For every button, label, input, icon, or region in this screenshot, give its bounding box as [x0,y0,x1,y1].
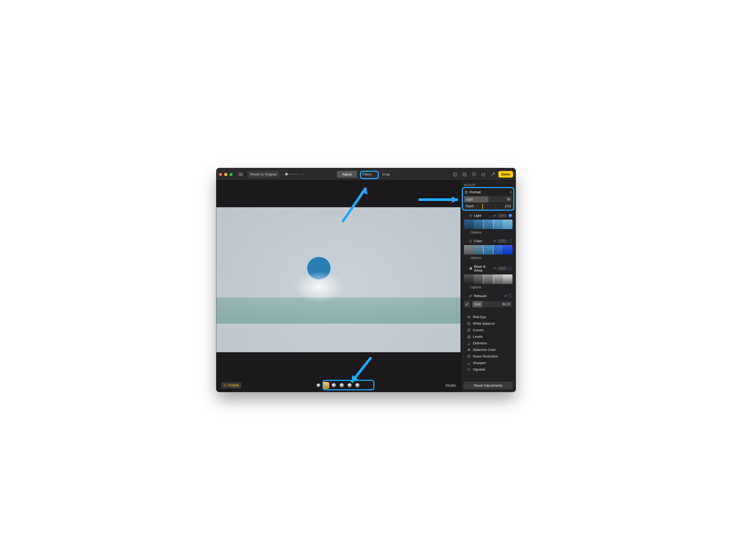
rotate-button[interactable] [479,170,487,178]
panel-curves[interactable]: › Curves [462,327,515,333]
bw-auto-button[interactable]: AUTO [497,267,507,270]
panel-label: Definition [473,341,487,345]
chevron-right-icon: › [463,322,465,325]
panel-red-eye[interactable]: › Red-Eye [462,314,515,320]
panel-label: White Balance [473,322,495,325]
portrait-light-value: 50 [505,198,512,201]
sidebar-content: Portrait ↺ Light 50 Depth ƒ3.5 [461,188,516,379]
svg-point-6 [463,174,464,175]
adjust-sidebar: ADJUST Portrait ↺ Light 50 Depth [460,181,516,392]
panel-label: Noise Reduction [473,354,498,358]
panel-definition[interactable]: › Definition [462,340,515,346]
bandaid-icon [469,294,472,298]
svg-point-8 [465,174,465,175]
portrait-reset-icon[interactable]: ↺ [509,190,512,194]
retouch-reset-icon[interactable]: ↺ [504,294,507,298]
reset-adjustments-button[interactable]: Reset Adjustments [463,382,513,389]
levels-icon [467,335,471,339]
panel-bw-header[interactable]: ⌄ Black & White ↺ AUTO [464,263,512,273]
panel-levels[interactable]: › Levels [462,333,515,340]
lighting-high-key-mono[interactable] [355,383,360,388]
panel-portrait-header[interactable]: Portrait ↺ [464,189,512,195]
sharpen-icon [467,361,471,365]
compare-button[interactable] [237,170,245,178]
color-thumbnails[interactable] [464,245,512,255]
toolbar: Revert to Original − + Adjust Filters Cr… [216,168,516,181]
panel-selective-color[interactable]: › Selective Color [462,346,515,353]
retouch-enable-toggle[interactable] [508,294,512,298]
zoom-slider[interactable]: − + [282,173,303,176]
tab-crop[interactable]: Crop [377,171,395,178]
zoom-thumb[interactable] [285,173,288,175]
light-options-toggle[interactable]: Options [464,230,512,236]
chevron-right-icon: › [463,335,465,338]
portrait-badge[interactable]: Portrait [221,382,241,388]
light-auto-button[interactable]: AUTO [497,214,507,217]
close-window-button[interactable] [219,173,222,176]
portrait-depth-value: ƒ3.5 [505,204,511,208]
window-controls [219,173,233,176]
panel-light-header[interactable]: ⌄ Light ↺ AUTO [464,212,512,219]
chevron-down-icon: ⌄ [464,295,467,297]
lighting-studio[interactable] [323,382,329,388]
portrait-lighting-picker [314,381,363,390]
panel-light-name: Light [474,214,491,217]
more-button[interactable] [460,170,468,178]
panel-color-header[interactable]: ⌄ Color ↺ AUTO [464,238,512,244]
curves-icon [467,328,471,332]
zoom-out-label: − [282,173,284,176]
lighting-contour[interactable] [331,383,337,388]
color-auto-button[interactable]: AUTO [497,240,507,243]
panel-color: ⌄ Color ↺ AUTO Options [462,237,515,262]
chevron-down-icon: ⌄ [464,240,467,242]
minimize-window-button[interactable] [224,173,227,176]
light-reset-icon[interactable]: ↺ [493,214,496,217]
bw-options-toggle[interactable]: Options [464,285,512,291]
tab-filters[interactable]: Filters [357,171,377,178]
svg-point-11 [469,240,471,242]
retouch-brush-tool[interactable] [464,301,470,307]
bw-enable-toggle[interactable] [508,267,512,270]
portrait-depth-slider[interactable]: Depth ƒ3.5 [464,204,512,209]
tab-adjust[interactable]: Adjust [337,171,357,178]
lighting-stage[interactable] [339,383,345,388]
panel-label: Curves [473,328,484,332]
favorite-button[interactable] [470,170,478,178]
chevron-right-icon: › [463,355,465,358]
color-enable-toggle[interactable] [508,239,512,243]
portrait-light-slider[interactable]: Light 50 [464,196,512,203]
color-reset-icon[interactable]: ↺ [493,239,496,243]
sidebar-title: ADJUST [461,181,516,188]
photo-viewport[interactable] [216,181,460,379]
canvas-area: Portrait Studio [216,181,460,392]
chevron-right-icon: › [463,362,465,364]
lighting-name-label: Studio [445,383,456,387]
panel-sharpen[interactable]: › Sharpen [462,360,515,366]
bw-thumbnails[interactable] [464,274,512,284]
done-button[interactable]: Done [498,171,513,178]
zoom-track[interactable] [285,174,300,175]
fullscreen-window-button[interactable] [230,173,233,176]
chevron-right-icon: › [463,349,465,351]
panel-color-name: Color [474,239,491,243]
color-options-toggle[interactable]: Options [464,256,512,261]
revert-to-original-button[interactable]: Revert to Original [247,171,279,178]
svg-point-22 [467,368,470,371]
lighting-stage-mono[interactable] [347,383,353,388]
light-thumbnails[interactable] [464,220,512,229]
panel-retouch-header[interactable]: ⌄ Retouch ↺ [464,293,512,299]
panel-vignette[interactable]: › Vignette [462,366,515,373]
info-button[interactable] [451,170,459,178]
light-enable-toggle[interactable] [508,214,512,217]
panel-noise-reduction[interactable]: › Noise Reduction [462,353,515,360]
svg-point-7 [464,174,465,175]
panel-label: Vignette [473,367,485,371]
panel-white-balance[interactable]: › White Balance [462,320,515,327]
lighting-natural[interactable] [317,383,320,387]
palette-icon [469,239,472,243]
retouch-size-value: 62.22 [500,302,512,306]
chevron-right-icon: › [463,329,465,331]
auto-enhance-button[interactable] [489,170,497,178]
bw-reset-icon[interactable]: ↺ [493,267,496,270]
retouch-size-slider[interactable]: Size 62.22 [472,301,512,307]
